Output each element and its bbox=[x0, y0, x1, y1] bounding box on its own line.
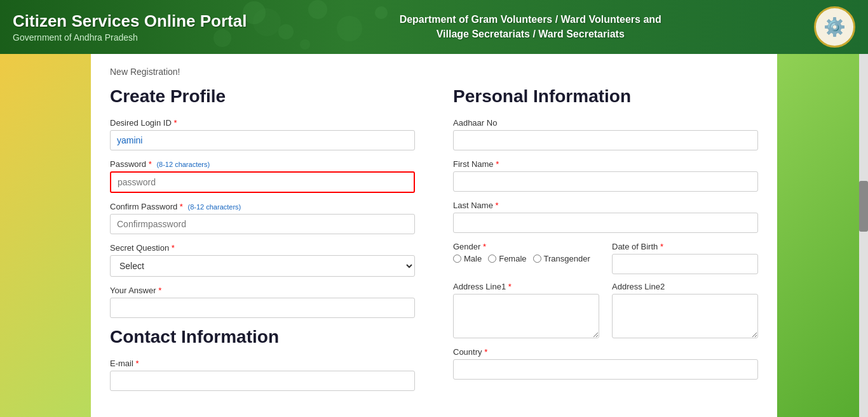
first-name-required: * bbox=[496, 159, 499, 169]
address1-group: Address Line1 * bbox=[453, 282, 599, 341]
confirm-password-input[interactable] bbox=[110, 214, 415, 234]
secret-question-select[interactable]: Select What is your mother's maiden name… bbox=[110, 255, 415, 277]
gender-required: * bbox=[483, 242, 486, 251]
right-column: Personal Information Aadhaar No First Na… bbox=[453, 86, 758, 400]
last-name-label: Last Name * bbox=[453, 201, 758, 210]
login-id-input[interactable] bbox=[110, 130, 415, 150]
govt-logo: ⚙️ bbox=[814, 6, 855, 48]
secret-question-required: * bbox=[172, 243, 175, 253]
login-id-group: Desired Login ID * bbox=[110, 118, 415, 150]
gender-label-transgender: Transgender bbox=[544, 254, 590, 263]
email-group: E-mail * bbox=[110, 359, 415, 391]
your-answer-required: * bbox=[158, 286, 161, 295]
portal-subtitle: Government of Andhra Pradesh bbox=[13, 32, 247, 43]
confirm-password-required: * bbox=[180, 202, 183, 211]
address2-group: Address Line2 bbox=[612, 282, 758, 341]
gender-group: Gender * Male Female Transgender bbox=[453, 242, 599, 274]
registration-panel: New Registration! Create Profile Desired… bbox=[91, 54, 777, 417]
dob-input[interactable] bbox=[612, 254, 758, 274]
form-layout: Create Profile Desired Login ID * Passwo… bbox=[110, 86, 758, 400]
dob-group: Date of Birth * bbox=[612, 242, 758, 274]
login-id-label: Desired Login ID * bbox=[110, 118, 415, 128]
address2-label: Address Line2 bbox=[612, 282, 758, 291]
address2-input[interactable] bbox=[612, 294, 758, 338]
portal-title: Citizen Services Online Portal bbox=[13, 11, 247, 31]
login-id-required: * bbox=[173, 118, 177, 128]
contact-info-heading: Contact Information bbox=[110, 327, 415, 347]
password-required: * bbox=[149, 159, 152, 169]
dob-label: Date of Birth * bbox=[612, 242, 758, 251]
address1-input[interactable] bbox=[453, 294, 599, 338]
your-answer-input[interactable] bbox=[110, 298, 415, 318]
password-input[interactable] bbox=[110, 171, 415, 193]
gender-radio-female[interactable] bbox=[488, 255, 496, 263]
dept-text: Department of Gram Volunteers / Ward Vol… bbox=[400, 14, 661, 39]
your-answer-label: Your Answer * bbox=[110, 286, 415, 295]
personal-info-heading: Personal Information bbox=[453, 86, 758, 107]
confirm-password-group: Confirm Password * (8-12 characters) bbox=[110, 202, 415, 234]
first-name-label: First Name * bbox=[453, 159, 758, 169]
confirm-password-label: Confirm Password * (8-12 characters) bbox=[110, 202, 415, 211]
gender-radio-male[interactable] bbox=[453, 255, 461, 263]
confirm-password-note: (8-12 characters) bbox=[188, 203, 241, 211]
last-name-group: Last Name * bbox=[453, 201, 758, 233]
address1-required: * bbox=[508, 282, 512, 291]
scrollbar-thumb[interactable] bbox=[859, 181, 868, 232]
header-branding: Citizen Services Online Portal Governmen… bbox=[13, 11, 247, 43]
gender-radio-transgender[interactable] bbox=[533, 255, 541, 263]
aadhaar-group: Aadhaar No bbox=[453, 118, 758, 150]
panel-title: New Registration! bbox=[110, 67, 758, 77]
gender-label-female: Female bbox=[499, 254, 526, 263]
email-required: * bbox=[135, 359, 139, 368]
password-label: Password * (8-12 characters) bbox=[110, 159, 415, 169]
first-name-group: First Name * bbox=[453, 159, 758, 192]
email-input[interactable] bbox=[110, 371, 415, 391]
secret-question-group: Secret Question * Select What is your mo… bbox=[110, 243, 415, 277]
main-wrapper: New Registration! Create Profile Desired… bbox=[0, 54, 868, 417]
gender-dob-row: Gender * Male Female Transgender bbox=[453, 242, 758, 274]
last-name-required: * bbox=[496, 201, 499, 210]
password-note: (8-12 characters) bbox=[156, 161, 210, 168]
dept-info: Department of Gram Volunteers / Ward Vol… bbox=[247, 13, 814, 41]
country-input[interactable] bbox=[453, 359, 758, 380]
country-group: Country * bbox=[453, 347, 758, 380]
scrollbar-track[interactable] bbox=[859, 54, 868, 417]
country-label: Country * bbox=[453, 347, 758, 357]
logo-icon: ⚙️ bbox=[824, 17, 846, 37]
gender-radio-group: Male Female Transgender bbox=[453, 254, 599, 263]
aadhaar-label: Aadhaar No bbox=[453, 118, 758, 128]
address1-label: Address Line1 * bbox=[453, 282, 599, 291]
country-required: * bbox=[484, 347, 487, 357]
gender-label-male: Male bbox=[464, 254, 482, 263]
email-label: E-mail * bbox=[110, 359, 415, 368]
create-profile-heading: Create Profile bbox=[110, 86, 415, 107]
first-name-input[interactable] bbox=[453, 171, 758, 192]
dob-required: * bbox=[660, 242, 663, 251]
aadhaar-input[interactable] bbox=[453, 130, 758, 150]
page-header: Citizen Services Online Portal Governmen… bbox=[0, 0, 868, 54]
address-row: Address Line1 * Address Line2 bbox=[453, 282, 758, 341]
left-column: Create Profile Desired Login ID * Passwo… bbox=[110, 86, 415, 400]
your-answer-group: Your Answer * bbox=[110, 286, 415, 318]
secret-question-label: Secret Question * bbox=[110, 243, 415, 253]
last-name-input[interactable] bbox=[453, 213, 758, 233]
gender-label: Gender * bbox=[453, 242, 599, 251]
password-group: Password * (8-12 characters) bbox=[110, 159, 415, 193]
